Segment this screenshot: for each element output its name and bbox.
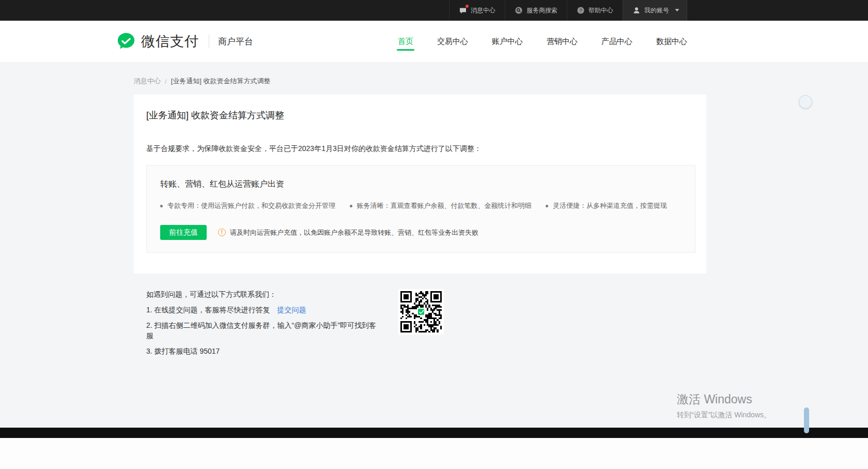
message-icon	[459, 6, 467, 14]
floating-widget-button[interactable]	[799, 95, 812, 109]
panel-title: 转账、营销、红包从运营账户出资	[160, 179, 681, 190]
contact-line-1-text: 1. 在线提交问题，客服将尽快进行答复	[146, 306, 270, 314]
topbar-item-label: 服务商搜索	[526, 6, 557, 15]
panel-action-row: 前往充值 请及时向运营账户充值，以免因账户余额不足导致转账、营销、红包等业务出资…	[160, 225, 681, 240]
notice-card: [业务通知] 收款资金结算方式调整 基于合规要求，为保障收款资金安全，平台已于2…	[134, 95, 706, 274]
platform-name: 商户平台	[218, 36, 253, 48]
browser-viewport: 消息中心 服务商搜索 ?	[0, 0, 868, 438]
nav-data-center[interactable]: 数据中心	[656, 21, 687, 62]
breadcrumb-separator: /	[165, 78, 167, 85]
notice-title: [业务通知] 收款资金结算方式调整	[146, 109, 695, 122]
wechat-pay-logo	[116, 32, 136, 51]
bullet-dot	[546, 205, 548, 207]
nav-product-center[interactable]: 产品中心	[601, 21, 632, 62]
account-icon	[632, 6, 641, 14]
panel-bullets: 专款专用：使用运营账户付款，和交易收款资金分开管理 账务清晰：直观查看账户余额、…	[160, 201, 681, 210]
help-icon: ?	[577, 6, 585, 14]
nav-transaction-center[interactable]: 交易中心	[437, 21, 468, 62]
breadcrumb: 消息中心 / [业务通知] 收款资金结算方式调整	[134, 77, 868, 86]
topbar-item-label: 我的账号	[644, 6, 669, 15]
bottom-strip	[0, 438, 868, 469]
nav-marketing-center[interactable]: 营销中心	[547, 21, 578, 62]
topbar-item-label: 帮助中心	[588, 6, 613, 15]
brand[interactable]: 微信支付 商户平台	[116, 32, 253, 51]
contact-heading: 如遇到问题，可通过以下方式联系我们：	[146, 289, 380, 299]
warning-icon	[218, 229, 226, 236]
recharge-warning: 请及时向运营账户充值，以免因账户余额不足导致转账、营销、红包等业务出资失败	[218, 228, 478, 237]
qr-code	[398, 289, 444, 335]
svg-text:?: ?	[579, 8, 582, 13]
go-recharge-button[interactable]: 前往充值	[160, 225, 207, 240]
breadcrumb-current: [业务通知] 收款资金结算方式调整	[171, 77, 271, 86]
topbar-message-center[interactable]: 消息中心	[449, 0, 505, 21]
topbar-service-provider-search[interactable]: 服务商搜索	[505, 0, 567, 21]
nav-home[interactable]: 首页	[398, 21, 413, 62]
scrollbar-thumb[interactable]	[804, 407, 809, 433]
breadcrumb-message-center[interactable]: 消息中心	[134, 77, 161, 86]
site-header: 微信支付 商户平台 首页 交易中心 账户中心 营销中心 产品中心 数据中心	[0, 21, 868, 62]
bullet-dot	[160, 205, 163, 207]
chevron-down-icon	[675, 9, 679, 12]
topbar-item-label: 消息中心	[471, 6, 495, 15]
warning-text: 请及时向运营账户充值，以免因账户余额不足导致转账、营销、红包等业务出资失败	[230, 228, 478, 237]
unread-dot	[466, 5, 469, 8]
search-icon	[515, 6, 523, 14]
notice-intro: 基于合规要求，为保障收款资金安全，平台已于2023年1月3日对你的收款资金结算方…	[146, 143, 695, 154]
bullet-dot	[350, 205, 352, 207]
contact-line-2: 2. 扫描右侧二维码加入微信支付服务群，输入“@商家小助手”即可找到客服	[146, 320, 380, 341]
submit-question-link[interactable]: 提交问题	[277, 306, 306, 314]
topbar-help-center[interactable]: ? 帮助中心	[567, 0, 623, 21]
bullet-item: 账务清晰：直观查看账户余额、付款笔数、金额统计和明细	[350, 201, 532, 210]
main-content: 消息中心 / [业务通知] 收款资金结算方式调整 [业务通知] 收款资金结算方式…	[0, 62, 868, 361]
contact-section: 如遇到问题，可通过以下方式联系我们： 1. 在线提交问题，客服将尽快进行答复提交…	[146, 289, 868, 361]
bullet-text: 账务清晰：直观查看账户余额、付款笔数、金额统计和明细	[357, 201, 532, 210]
contact-line-1: 1. 在线提交问题，客服将尽快进行答复提交问题	[146, 305, 380, 315]
main-nav: 首页 交易中心 账户中心 营销中心 产品中心 数据中心	[398, 21, 687, 62]
bullet-item: 灵活便捷：从多种渠道充值，按需提现	[546, 201, 667, 210]
bullet-text: 灵活便捷：从多种渠道充值，按需提现	[553, 201, 667, 210]
brand-divider	[209, 35, 209, 48]
topbar-my-account[interactable]: 我的账号	[623, 0, 687, 21]
topbar: 消息中心 服务商搜索 ?	[0, 0, 868, 21]
bullet-text: 专款专用：使用运营账户付款，和交易收款资金分开管理	[167, 201, 335, 210]
nav-account-center[interactable]: 账户中心	[492, 21, 523, 62]
page-footer-band	[0, 428, 868, 438]
contact-line-3: 3. 拨打客服电话 95017	[146, 346, 380, 356]
funding-panel: 转账、营销、红包从运营账户出资 专款专用：使用运营账户付款，和交易收款资金分开管…	[146, 165, 695, 253]
brand-name: 微信支付	[141, 32, 199, 51]
bullet-item: 专款专用：使用运营账户付款，和交易收款资金分开管理	[160, 201, 335, 210]
